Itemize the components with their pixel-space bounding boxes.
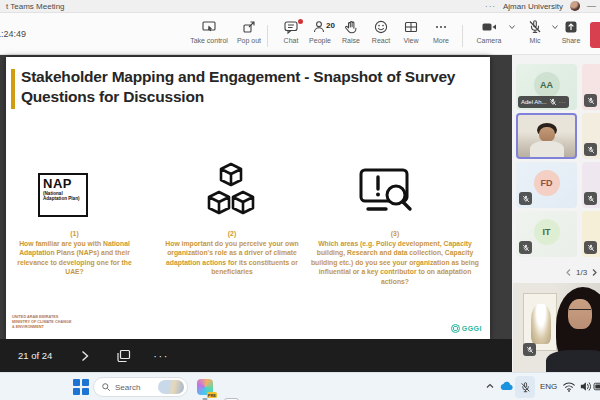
pop-out-icon <box>241 19 257 35</box>
presenter-navigation-bar: 21 of 24 ··· <box>0 339 512 372</box>
tray-mic-muted-indicator[interactable] <box>515 376 535 398</box>
language-indicator[interactable]: ENG <box>540 382 557 391</box>
shared-slide: Stakeholder Mapping and Engagement - Sna… <box>6 57 490 339</box>
window-title: t Teams Meeting <box>6 2 65 11</box>
slide-page-indicator: 21 of 24 <box>18 350 52 361</box>
question-2: (2) How important do you perceive your o… <box>154 229 310 277</box>
participants-sidebar: AA Adel Ah... ··· FD <box>512 55 600 372</box>
meeting-toolbar: 1:24:49 Take control Pop out Chat <box>0 13 600 55</box>
pagination-prev-icon[interactable] <box>565 268 572 277</box>
participant-more-icon[interactable]: ··· <box>559 99 567 105</box>
self-view-glasses <box>569 309 591 314</box>
account-avatar[interactable] <box>570 1 580 11</box>
view-grid-icon <box>403 19 419 35</box>
taskbar-search[interactable]: Search <box>93 377 188 397</box>
toolbar-divider <box>462 25 463 47</box>
participant-name-chip: Adel Ah... ··· <box>518 96 569 108</box>
onedrive-cloud-icon[interactable] <box>499 380 514 392</box>
camera-button[interactable]: Camera <box>466 19 512 44</box>
search-icon <box>101 382 111 392</box>
windows-logo-icon <box>73 379 88 394</box>
presenter-more-button[interactable]: ··· <box>153 350 169 362</box>
self-view-video[interactable] <box>513 283 600 372</box>
participants-pagination: 1/3 <box>565 268 598 277</box>
participant-tile-it[interactable]: IT <box>516 211 577 257</box>
minimize-button[interactable]: — <box>587 1 596 11</box>
mic-muted-chip <box>523 343 536 356</box>
window-titlebar: t Teams Meeting ··· Ajman University — <box>0 0 600 13</box>
slide-title: Stakeholder Mapping and Engagement - Sna… <box>21 67 461 107</box>
share-button[interactable]: Share <box>548 19 594 44</box>
teams-meeting-window: t Teams Meeting ··· Ajman University — 1… <box>0 0 600 400</box>
mic-muted-chip <box>584 143 597 156</box>
monitor-search-icon <box>358 167 418 217</box>
participant-video-face <box>539 127 555 142</box>
pagination-next-icon[interactable] <box>591 268 598 277</box>
meeting-timer: 1:24:49 <box>0 29 26 39</box>
more-button[interactable]: More <box>418 19 464 44</box>
pop-out-button[interactable]: Pop out <box>226 19 272 44</box>
participant-video-body <box>530 141 564 159</box>
wifi-icon[interactable] <box>562 380 576 393</box>
account-name[interactable]: Ajman University <box>503 2 563 11</box>
ministry-footer-text: UNITED ARAB EMIRATES MINISTRY OF CLIMATE… <box>12 315 71 330</box>
gggi-logo: GGGI <box>451 324 482 333</box>
mic-muted-icon <box>520 382 531 393</box>
question-3: (3) Which areas (e.g. Policy development… <box>306 229 484 286</box>
participant-tile-video[interactable] <box>516 113 577 159</box>
mic-muted-chip <box>584 241 597 254</box>
participant-tile-partial[interactable] <box>582 211 600 257</box>
slide-grid-icon[interactable] <box>116 349 131 363</box>
window-more-icon[interactable]: ··· <box>485 2 496 11</box>
copilot-pre-badge: PRE <box>207 392 217 398</box>
self-view-body <box>546 350 600 372</box>
next-slide-button[interactable] <box>80 350 90 362</box>
camera-icon <box>481 19 498 35</box>
tray-chevron-up-icon[interactable] <box>484 380 496 392</box>
search-highlight-image <box>158 380 184 394</box>
participant-initials: AA <box>534 72 560 98</box>
mic-muted-icon <box>527 19 543 35</box>
presentation-stage: Stakeholder Mapping and Engagement - Sna… <box>0 55 512 372</box>
share-icon <box>563 19 579 35</box>
leave-button[interactable] <box>590 22 600 48</box>
start-button[interactable] <box>72 378 90 396</box>
participant-tile-partial[interactable] <box>582 162 600 208</box>
search-placeholder: Search <box>115 383 154 392</box>
participant-tile-fd[interactable]: FD <box>516 162 577 208</box>
windows-taskbar: Search PRE T O W A M <box>0 372 600 400</box>
gggi-logo-icon <box>451 324 460 333</box>
participant-tile-adel[interactable]: AA Adel Ah... ··· <box>516 64 577 110</box>
mic-muted-icon <box>549 98 557 106</box>
nap-box-icon: NAP (National Adaptation Plan) <box>38 173 88 217</box>
take-control-icon <box>201 19 217 35</box>
mic-muted-chip <box>519 192 532 205</box>
react-smiley-icon <box>373 19 389 35</box>
participant-initials: IT <box>534 219 560 245</box>
self-view-face <box>568 299 592 329</box>
mic-muted-chip <box>584 192 597 205</box>
more-ellipsis-icon <box>433 19 449 35</box>
battery-icon[interactable] <box>593 380 600 393</box>
cubes-icon <box>202 161 260 221</box>
raise-hand-icon <box>343 19 359 35</box>
mic-muted-chip <box>519 241 532 254</box>
question-1: (1) How familiar are you with National A… <box>8 229 141 277</box>
participant-tile-partial[interactable] <box>582 64 600 110</box>
participant-tile-partial[interactable] <box>582 113 600 159</box>
participant-initials: FD <box>534 170 560 196</box>
taskbar-desktop-app-icon[interactable] <box>222 396 240 400</box>
pagination-label: 1/3 <box>576 268 587 277</box>
taskbar-copilot-icon[interactable]: PRE <box>196 378 214 396</box>
mic-muted-chip <box>584 94 597 107</box>
speaker-icon[interactable] <box>579 380 592 393</box>
slide-title-accent-bar <box>11 69 15 109</box>
